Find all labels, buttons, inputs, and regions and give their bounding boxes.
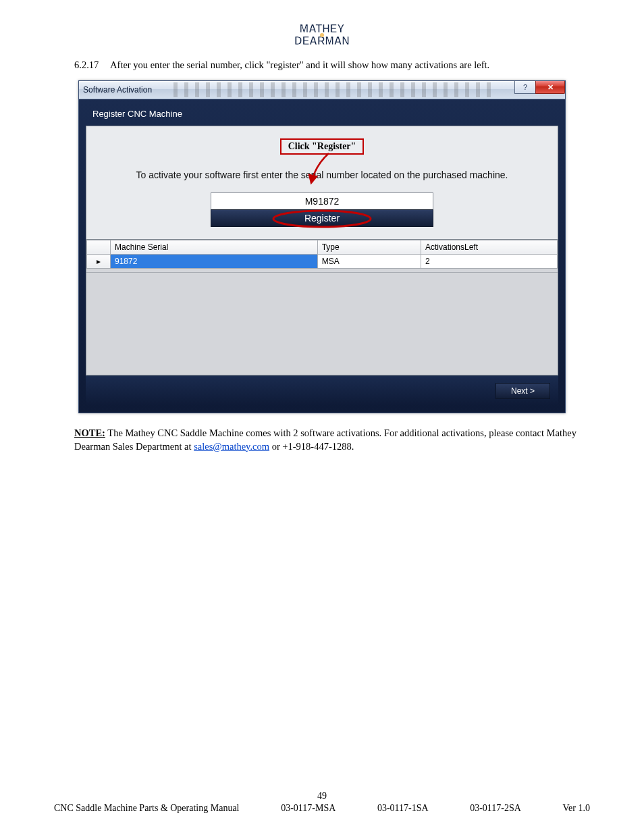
footer-code-1: 03-0117-MSA xyxy=(281,803,336,814)
footer-title: CNC Saddle Machine Parts & Operating Man… xyxy=(54,803,240,814)
callout-area: Click "Register" xyxy=(86,126,558,165)
callout-label: Click "Register" xyxy=(280,138,365,155)
column-type[interactable]: Type xyxy=(317,240,421,255)
software-activation-window: Software Activation ? ✕ Register CNC Mac… xyxy=(78,80,566,413)
instruction-number: 6.2.17 xyxy=(74,59,99,70)
footer-code-2: 03-0117-1SA xyxy=(377,803,429,814)
brand-logo: MATHEY DEARMAN xyxy=(54,20,590,53)
cell-type: MSA xyxy=(317,255,421,269)
activations-grid: Machine Serial Type ActivationsLeft ▸ 91… xyxy=(86,239,558,375)
activation-message: To activate your software first enter th… xyxy=(93,170,551,180)
register-button[interactable]: Register xyxy=(211,209,433,227)
column-rowhead xyxy=(87,240,111,255)
close-icon: ✕ xyxy=(547,83,554,92)
instruction-line: 6.2.17 After you enter the serial number… xyxy=(74,59,590,71)
svg-text:MATHEY: MATHEY xyxy=(300,23,345,34)
window-subheader: Register CNC Machine xyxy=(86,105,558,126)
row-indicator-icon: ▸ xyxy=(87,255,111,269)
instruction-text: After you enter the serial number, click… xyxy=(110,59,489,70)
note-label: NOTE: xyxy=(74,427,105,438)
cell-activations-left: 2 xyxy=(421,255,558,269)
table-header-row: Machine Serial Type ActivationsLeft xyxy=(87,240,558,255)
help-button[interactable]: ? xyxy=(514,81,536,94)
window-titlebar: Software Activation ? ✕ xyxy=(79,81,565,99)
window-title: Software Activation xyxy=(83,85,152,95)
column-activations-left[interactable]: ActivationsLeft xyxy=(421,240,558,255)
note-paragraph: NOTE: The Mathey CNC Saddle Machine come… xyxy=(74,427,576,453)
page-number: 49 xyxy=(54,791,590,802)
footer-code-3: 03-0117-2SA xyxy=(470,803,521,814)
note-text-2: or +1-918-447-1288. xyxy=(269,441,354,452)
cell-serial: 91872 xyxy=(111,255,318,269)
grid-empty-area xyxy=(86,272,558,375)
svg-point-3 xyxy=(320,33,324,37)
register-button-label: Register xyxy=(304,213,340,224)
table-row[interactable]: ▸ 91872 MSA 2 xyxy=(87,255,558,269)
activation-panel: Click "Register" To activate your softwa… xyxy=(86,126,558,375)
next-button-label: Next > xyxy=(511,386,535,396)
next-button[interactable]: Next > xyxy=(495,383,550,399)
close-button[interactable]: ✕ xyxy=(535,81,565,94)
page-footer: 49 CNC Saddle Machine Parts & Operating … xyxy=(54,791,590,814)
note-email-link[interactable]: sales@mathey.com xyxy=(194,441,269,452)
titlebar-decoration xyxy=(173,82,498,97)
footer-version: Ver 1.0 xyxy=(563,803,590,814)
help-icon: ? xyxy=(523,83,527,91)
column-serial[interactable]: Machine Serial xyxy=(111,240,318,255)
serial-input[interactable] xyxy=(211,192,433,210)
